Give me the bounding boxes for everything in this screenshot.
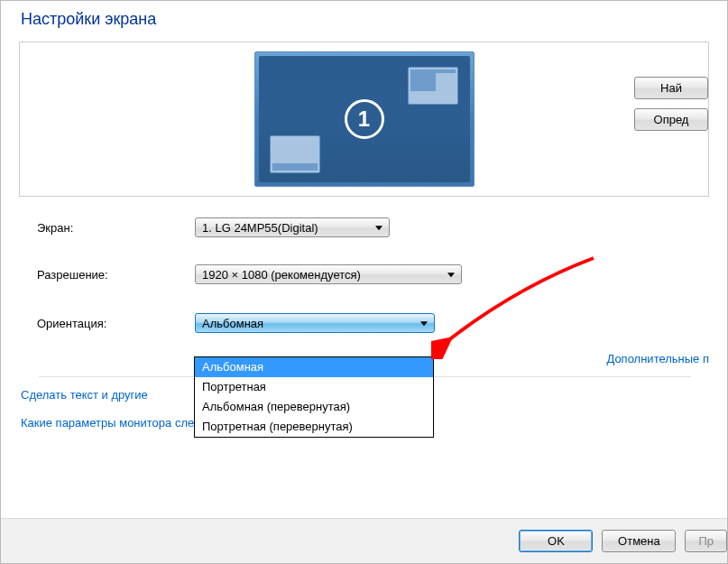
form-area: Экран: 1. LG 24MP55(Digital) Разрешение:…	[1, 206, 727, 339]
taskbar-icon	[270, 135, 320, 173]
orientation-value: Альбомная	[202, 317, 263, 330]
window-icon	[408, 67, 458, 105]
chevron-down-icon	[447, 273, 455, 277]
cancel-button[interactable]: Отмена	[602, 530, 676, 552]
page-title: Настройки экрана	[1, 10, 727, 29]
resolution-row: Разрешение: 1920 × 1080 (рекомендуется)	[37, 258, 709, 291]
orientation-label: Ориентация:	[37, 317, 195, 330]
resolution-combobox[interactable]: 1920 × 1080 (рекомендуется)	[195, 264, 462, 284]
resolution-label: Разрешение:	[37, 268, 195, 282]
dialog-footer: OK Отмена Пр	[1, 518, 727, 563]
apply-button[interactable]: Пр	[685, 530, 727, 552]
monitor-number-badge: 1	[345, 99, 384, 139]
orientation-option-landscape[interactable]: Альбомная	[195, 357, 433, 377]
orientation-dropdown-list[interactable]: Альбомная Портретная Альбомная (переверн…	[194, 356, 434, 438]
find-button[interactable]: Най	[634, 77, 708, 99]
display-label: Экран:	[37, 221, 195, 235]
display-settings-window: Настройки экрана 1 Най Опред Экран: 1. L…	[0, 0, 728, 564]
display-row: Экран: 1. LG 24MP55(Digital)	[37, 211, 709, 244]
detect-button[interactable]: Опред	[634, 108, 708, 131]
display-value: 1. LG 24MP55(Digital)	[202, 221, 318, 235]
chevron-down-icon	[375, 226, 382, 230]
monitor-preview-area: 1 Най Опред	[19, 42, 709, 197]
monitor-desktop: 1	[259, 56, 470, 182]
resize-text-link[interactable]: Сделать текст и другие	[21, 381, 148, 409]
preview-buttons: Най Опред	[634, 77, 708, 131]
orientation-combobox[interactable]: Альбомная	[195, 313, 435, 333]
chevron-down-icon	[420, 321, 428, 326]
orientation-row: Ориентация: Альбомная	[37, 307, 709, 339]
orientation-option-portrait[interactable]: Портретная	[195, 377, 433, 397]
resolution-value: 1920 × 1080 (рекомендуется)	[202, 268, 361, 282]
orientation-option-landscape-flipped[interactable]: Альбомная (перевернутая)	[195, 397, 433, 417]
ok-button[interactable]: OK	[519, 530, 593, 552]
monitor-thumbnail[interactable]: 1	[254, 51, 475, 187]
display-combobox[interactable]: 1. LG 24MP55(Digital)	[195, 217, 390, 237]
orientation-option-portrait-flipped[interactable]: Портретная (перевернутая)	[195, 417, 433, 437]
